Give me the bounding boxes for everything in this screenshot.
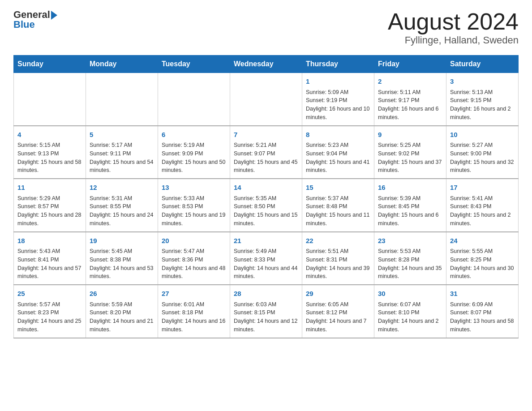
day-info: Sunrise: 5:55 AM Sunset: 8:25 PM Dayligh… (450, 247, 515, 281)
calendar-day-cell: 9Sunrise: 5:25 AM Sunset: 9:02 PM Daylig… (374, 126, 446, 179)
day-info: Sunrise: 5:57 AM Sunset: 8:23 PM Dayligh… (17, 300, 82, 334)
calendar-day-cell: 17Sunrise: 5:41 AM Sunset: 8:43 PM Dayli… (446, 179, 519, 232)
calendar-day-cell: 14Sunrise: 5:35 AM Sunset: 8:50 PM Dayli… (230, 179, 302, 232)
title-block: August 2024 Fyllinge, Halland, Sweden (388, 9, 519, 46)
day-number: 18 (17, 236, 82, 246)
logo-blue: Blue (13, 19, 35, 30)
calendar-day-cell: 26Sunrise: 5:59 AM Sunset: 8:20 PM Dayli… (86, 285, 158, 338)
day-number: 20 (162, 236, 226, 246)
day-number: 28 (234, 289, 298, 299)
day-number: 2 (378, 77, 442, 87)
calendar-day-cell: 22Sunrise: 5:51 AM Sunset: 8:31 PM Dayli… (302, 232, 374, 285)
day-info: Sunrise: 6:03 AM Sunset: 8:15 PM Dayligh… (234, 300, 298, 334)
day-number: 19 (90, 236, 154, 246)
day-info: Sunrise: 5:53 AM Sunset: 8:28 PM Dayligh… (378, 247, 442, 281)
calendar-day-cell: 15Sunrise: 5:37 AM Sunset: 8:48 PM Dayli… (302, 179, 374, 232)
calendar-day-cell: 29Sunrise: 6:05 AM Sunset: 8:12 PM Dayli… (302, 285, 374, 338)
calendar-day-cell: 30Sunrise: 6:07 AM Sunset: 8:10 PM Dayli… (374, 285, 446, 338)
day-number: 17 (450, 183, 515, 193)
calendar-day-cell: 11Sunrise: 5:29 AM Sunset: 8:57 PM Dayli… (14, 179, 86, 232)
day-info: Sunrise: 5:41 AM Sunset: 8:43 PM Dayligh… (450, 194, 515, 228)
day-number: 21 (234, 236, 298, 246)
day-number: 5 (90, 130, 154, 140)
calendar-day-cell: 20Sunrise: 5:47 AM Sunset: 8:36 PM Dayli… (158, 232, 230, 285)
day-number: 30 (378, 289, 442, 299)
day-number: 27 (162, 289, 226, 299)
calendar-day-cell: 8Sunrise: 5:23 AM Sunset: 9:04 PM Daylig… (302, 126, 374, 179)
calendar-week-row: 4Sunrise: 5:15 AM Sunset: 9:13 PM Daylig… (14, 126, 519, 179)
day-number: 16 (378, 183, 442, 193)
day-number: 15 (306, 183, 370, 193)
day-info: Sunrise: 5:19 AM Sunset: 9:09 PM Dayligh… (162, 141, 226, 175)
day-info: Sunrise: 5:11 AM Sunset: 9:17 PM Dayligh… (378, 88, 442, 122)
day-number: 11 (17, 183, 82, 193)
day-info: Sunrise: 6:09 AM Sunset: 8:07 PM Dayligh… (450, 300, 515, 334)
day-info: Sunrise: 5:35 AM Sunset: 8:50 PM Dayligh… (234, 194, 298, 228)
calendar-day-cell: 19Sunrise: 5:45 AM Sunset: 8:38 PM Dayli… (86, 232, 158, 285)
day-number: 9 (378, 130, 442, 140)
day-info: Sunrise: 5:59 AM Sunset: 8:20 PM Dayligh… (90, 300, 154, 334)
day-number: 6 (162, 130, 226, 140)
location-title: Fyllinge, Halland, Sweden (388, 34, 519, 46)
calendar-day-cell: 12Sunrise: 5:31 AM Sunset: 8:55 PM Dayli… (86, 179, 158, 232)
day-info: Sunrise: 5:47 AM Sunset: 8:36 PM Dayligh… (162, 247, 226, 281)
day-number: 3 (450, 77, 515, 87)
day-info: Sunrise: 5:43 AM Sunset: 8:41 PM Dayligh… (17, 247, 82, 281)
calendar-day-cell: 28Sunrise: 6:03 AM Sunset: 8:15 PM Dayli… (230, 285, 302, 338)
calendar-day-cell: 21Sunrise: 5:49 AM Sunset: 8:33 PM Dayli… (230, 232, 302, 285)
day-number: 29 (306, 289, 370, 299)
page-header: General Blue August 2024 Fyllinge, Halla… (13, 9, 519, 46)
calendar-week-row: 1Sunrise: 5:09 AM Sunset: 9:19 PM Daylig… (14, 73, 519, 126)
day-info: Sunrise: 5:31 AM Sunset: 8:55 PM Dayligh… (90, 194, 154, 228)
day-number: 24 (450, 236, 515, 246)
day-info: Sunrise: 5:15 AM Sunset: 9:13 PM Dayligh… (17, 141, 82, 175)
weekday-header-wednesday: Wednesday (230, 56, 302, 73)
calendar-day-cell: 25Sunrise: 5:57 AM Sunset: 8:23 PM Dayli… (14, 285, 86, 338)
day-number: 10 (450, 130, 515, 140)
day-info: Sunrise: 5:21 AM Sunset: 9:07 PM Dayligh… (234, 141, 298, 175)
calendar-day-cell: 2Sunrise: 5:11 AM Sunset: 9:17 PM Daylig… (374, 73, 446, 126)
calendar-day-cell: 3Sunrise: 5:13 AM Sunset: 9:15 PM Daylig… (446, 73, 519, 126)
weekday-header-monday: Monday (86, 56, 158, 73)
day-info: Sunrise: 5:23 AM Sunset: 9:04 PM Dayligh… (306, 141, 370, 175)
day-number: 26 (90, 289, 154, 299)
day-info: Sunrise: 6:05 AM Sunset: 8:12 PM Dayligh… (306, 300, 370, 334)
day-number: 8 (306, 130, 370, 140)
day-info: Sunrise: 5:37 AM Sunset: 8:48 PM Dayligh… (306, 194, 370, 228)
calendar-day-cell: 16Sunrise: 5:39 AM Sunset: 8:45 PM Dayli… (374, 179, 446, 232)
calendar-day-cell: 13Sunrise: 5:33 AM Sunset: 8:53 PM Dayli… (158, 179, 230, 232)
calendar-day-cell: 23Sunrise: 5:53 AM Sunset: 8:28 PM Dayli… (374, 232, 446, 285)
calendar-day-cell: 24Sunrise: 5:55 AM Sunset: 8:25 PM Dayli… (446, 232, 519, 285)
weekday-header-row: SundayMondayTuesdayWednesdayThursdayFrid… (14, 56, 519, 73)
day-info: Sunrise: 5:33 AM Sunset: 8:53 PM Dayligh… (162, 194, 226, 228)
day-info: Sunrise: 6:01 AM Sunset: 8:18 PM Dayligh… (162, 300, 226, 334)
day-number: 12 (90, 183, 154, 193)
day-info: Sunrise: 5:13 AM Sunset: 9:15 PM Dayligh… (450, 88, 515, 122)
weekday-header-tuesday: Tuesday (158, 56, 230, 73)
calendar-day-cell (158, 73, 230, 126)
calendar-day-cell: 4Sunrise: 5:15 AM Sunset: 9:13 PM Daylig… (14, 126, 86, 179)
calendar-day-cell: 31Sunrise: 6:09 AM Sunset: 8:07 PM Dayli… (446, 285, 519, 338)
calendar-table: SundayMondayTuesdayWednesdayThursdayFrid… (13, 55, 519, 338)
weekday-header-friday: Friday (374, 56, 446, 73)
logo: General Blue (13, 9, 57, 30)
day-info: Sunrise: 5:39 AM Sunset: 8:45 PM Dayligh… (378, 194, 442, 228)
day-number: 14 (234, 183, 298, 193)
day-info: Sunrise: 5:49 AM Sunset: 8:33 PM Dayligh… (234, 247, 298, 281)
day-info: Sunrise: 5:27 AM Sunset: 9:00 PM Dayligh… (450, 141, 515, 175)
weekday-header-sunday: Sunday (14, 56, 86, 73)
day-info: Sunrise: 5:25 AM Sunset: 9:02 PM Dayligh… (378, 141, 442, 175)
day-info: Sunrise: 5:17 AM Sunset: 9:11 PM Dayligh… (90, 141, 154, 175)
day-number: 25 (17, 289, 82, 299)
day-info: Sunrise: 5:29 AM Sunset: 8:57 PM Dayligh… (17, 194, 82, 228)
month-title: August 2024 (388, 9, 519, 34)
day-info: Sunrise: 5:51 AM Sunset: 8:31 PM Dayligh… (306, 247, 370, 281)
day-number: 22 (306, 236, 370, 246)
logo-triangle-icon (51, 11, 57, 20)
day-info: Sunrise: 6:07 AM Sunset: 8:10 PM Dayligh… (378, 300, 442, 334)
day-number: 23 (378, 236, 442, 246)
calendar-week-row: 11Sunrise: 5:29 AM Sunset: 8:57 PM Dayli… (14, 179, 519, 232)
calendar-day-cell: 1Sunrise: 5:09 AM Sunset: 9:19 PM Daylig… (302, 73, 374, 126)
calendar-day-cell: 27Sunrise: 6:01 AM Sunset: 8:18 PM Dayli… (158, 285, 230, 338)
day-number: 13 (162, 183, 226, 193)
